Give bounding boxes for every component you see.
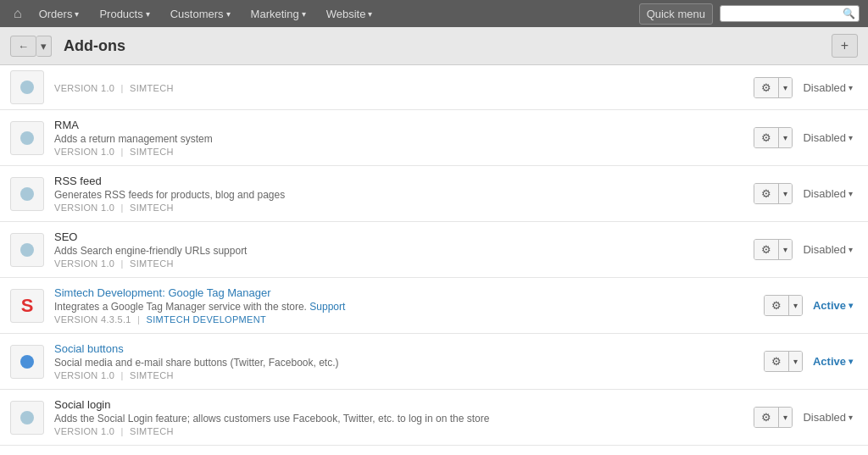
status-caret-icon: ▾ [849,189,853,198]
addon-info: Simtech Development: Google Tag Manager … [54,286,754,325]
status-dropdown-button[interactable]: Disabled ▾ [798,79,858,97]
addon-meta: VERSION 1.0 | SIMTECH [54,203,743,213]
nav-website[interactable]: Website ▾ [318,3,381,25]
status-dropdown-button[interactable]: Disabled ▾ [798,241,858,258]
nav-customers[interactable]: Customers ▾ [162,3,239,25]
nav-marketing[interactable]: Marketing ▾ [242,3,314,25]
gear-button[interactable]: ⚙ [754,240,779,259]
list-item: RMA Adds a return management system VERS… [0,110,868,166]
marketing-caret-icon: ▾ [302,9,306,19]
addon-desc: Adds the Social Login feature; allows cu… [54,413,743,424]
gear-dropdown-button[interactable]: ▾ [779,128,792,147]
gear-icon: ⚙ [761,131,771,144]
addon-info: RSS feed Generates RSS feeds for product… [54,175,743,213]
addon-info: Social buttons Social media and e-mail s… [54,342,754,380]
addon-actions: ⚙ ▾ Active ▾ [764,295,858,316]
gear-dropdown-button[interactable]: ▾ [779,240,792,259]
gear-button[interactable]: ⚙ [754,408,779,427]
gear-split-btn: ⚙ ▾ [754,239,793,260]
addon-actions: ⚙ ▾ Disabled ▾ [754,239,858,260]
addon-icon [10,401,44,435]
addon-meta: VERSION 1.0 | SIMTECH [54,370,754,380]
addon-actions: ⚙ ▾ Active ▾ [764,351,858,372]
gear-dropdown-button[interactable]: ▾ [779,184,792,203]
addon-desc: Adds Search engine-friendly URLs support [54,245,743,257]
support-link[interactable]: Support [309,301,345,313]
addon-info: RMA Adds a return management system VERS… [54,119,743,157]
gear-split-btn: ⚙ ▾ [754,183,793,204]
addon-name-link[interactable]: Simtech Development: Google Tag Manager [54,286,271,299]
gear-dropdown-button[interactable]: ▾ [779,408,792,427]
gear-dropdown-button[interactable]: ▾ [779,78,792,97]
gear-button[interactable]: ⚙ [754,184,779,203]
gear-icon: ⚙ [771,299,782,312]
addon-desc: Social media and e-mail share buttons (T… [54,357,754,369]
website-caret-icon: ▾ [368,9,372,19]
search-input[interactable] [724,8,843,19]
search-icon: 🔍 [843,8,855,19]
status-caret-icon: ▾ [849,133,853,142]
addon-info: VERSION 1.0 | SIMTECH [54,81,743,93]
quick-menu-button[interactable]: Quick menu [639,3,713,25]
gear-icon: ⚙ [761,243,771,256]
addon-icon [10,70,44,104]
addon-info: Social login Adds the Social Login featu… [54,398,743,436]
search-box: 🔍 [720,5,860,22]
gear-icon: ⚙ [761,411,771,424]
vendor-link[interactable]: SIMTECH DEVELOPMENT [147,314,266,325]
addon-name-link[interactable]: Social buttons [54,342,124,355]
home-icon[interactable]: ⌂ [8,3,27,25]
gear-icon: ⚙ [761,81,771,94]
list-item: RSS feed Generates RSS feeds for product… [0,166,868,222]
gear-dropdown-button[interactable]: ▾ [789,352,802,371]
addon-actions: ⚙ ▾ Disabled ▾ [754,407,858,428]
addon-desc: Adds a return management system [54,133,743,145]
nav-products[interactable]: Products ▾ [91,3,158,25]
list-item: SEO Adds Search engine-friendly URLs sup… [0,222,868,278]
status-caret-icon: ▾ [849,301,853,310]
back-dropdown-button[interactable]: ▾ [36,36,52,57]
addon-name: Social login [54,398,743,411]
addon-icon [10,345,44,379]
status-caret-icon: ▾ [849,357,853,366]
status-dropdown-button[interactable]: Active ▾ [808,297,858,314]
gear-button[interactable]: ⚙ [754,78,779,97]
gear-button[interactable]: ⚙ [754,128,779,147]
gear-button[interactable]: ⚙ [765,352,789,371]
back-button[interactable]: ← [10,36,36,57]
addon-meta: VERSION 4.3.5.1 | SIMTECH DEVELOPMENT [54,314,754,325]
addon-name: Simtech Development: Google Tag Manager [54,286,754,299]
addon-meta: VERSION 1.0 | SIMTECH [54,258,743,269]
addon-icon [10,233,44,267]
addon-name: RMA [54,119,743,131]
status-dropdown-button[interactable]: Active ▾ [808,352,858,370]
products-caret-icon: ▾ [146,9,150,19]
orders-caret-icon: ▾ [75,9,79,19]
addon-meta: VERSION 1.0 | SIMTECH [54,147,743,157]
addon-icon [10,121,44,155]
addon-meta: VERSION 1.0 | SIMTECH [54,426,743,436]
addon-list: VERSION 1.0 | SIMTECH ⚙ ▾ Disabled ▾ RMA… [0,65,868,455]
status-caret-icon: ▾ [849,83,853,92]
gear-split-btn: ⚙ ▾ [764,295,803,316]
status-label: Disabled [803,411,846,424]
gear-dropdown-button[interactable]: ▾ [789,296,802,315]
status-label: Disabled [803,187,846,200]
status-label: Active [813,355,846,368]
gear-icon: ⚙ [761,187,771,200]
addon-icon [10,177,44,211]
status-dropdown-button[interactable]: Disabled ▾ [798,185,858,203]
list-item: S Simtech Development: Google Tag Manage… [0,278,868,334]
gear-split-btn: ⚙ ▾ [764,351,803,372]
toolbar: ← ▾ Add-ons + [0,27,868,65]
status-dropdown-button[interactable]: Disabled ▾ [798,408,858,426]
addon-info: SEO Adds Search engine-friendly URLs sup… [54,230,743,269]
gear-icon: ⚙ [771,355,782,368]
status-caret-icon: ▾ [849,245,853,254]
nav-orders[interactable]: Orders ▾ [31,3,88,25]
status-dropdown-button[interactable]: Disabled ▾ [798,129,858,147]
add-button[interactable]: + [832,34,858,58]
list-item: VERSION 1.0 | SIMTECH ⚙ ▾ Disabled ▾ [0,65,868,110]
gear-button[interactable]: ⚙ [765,296,789,315]
gear-split-btn: ⚙ ▾ [754,77,793,98]
